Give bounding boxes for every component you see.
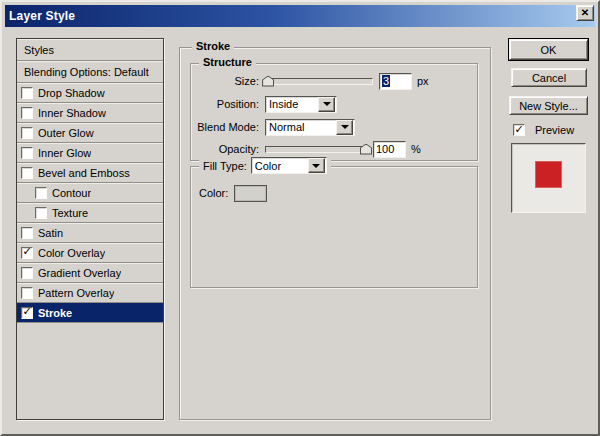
- cancel-button[interactable]: Cancel: [511, 68, 587, 87]
- size-label: Size:: [197, 75, 259, 87]
- style-item-bevel-and-emboss[interactable]: ✓ Bevel and Emboss: [17, 163, 163, 183]
- style-item-inner-glow[interactable]: ✓ Inner Glow: [17, 143, 163, 163]
- blend-mode-label: Blend Mode:: [197, 121, 259, 133]
- preview-checkbox-row[interactable]: ✓ Preview: [513, 124, 574, 136]
- style-item-label: Stroke: [38, 307, 72, 319]
- size-unit: px: [417, 75, 429, 87]
- dropdown-arrow-button[interactable]: [318, 97, 335, 112]
- position-row: Position: Inside: [197, 95, 471, 113]
- preview-checkbox[interactable]: ✓: [513, 124, 525, 136]
- style-item-label: Drop Shadow: [38, 87, 105, 99]
- ok-button[interactable]: OK: [509, 39, 588, 60]
- styles-list: Styles Blending Options: Default ✓ Drop …: [16, 38, 164, 420]
- checkbox[interactable]: ✓: [35, 187, 47, 199]
- color-row: Color:: [199, 184, 267, 202]
- blending-options-label: Blending Options: Default: [24, 66, 149, 78]
- stroke-color-swatch[interactable]: [234, 185, 267, 202]
- opacity-slider[interactable]: [265, 146, 367, 153]
- check-icon: ✓: [22, 306, 31, 317]
- position-label: Position:: [197, 98, 259, 110]
- close-button[interactable]: ✕: [576, 5, 594, 21]
- blend-mode-dropdown[interactable]: Normal: [265, 119, 355, 136]
- opacity-label: Opacity:: [197, 143, 259, 155]
- color-label: Color:: [199, 187, 228, 199]
- style-item-gradient-overlay[interactable]: ✓ Gradient Overlay: [17, 263, 163, 283]
- size-slider[interactable]: [265, 78, 373, 85]
- fill-type-legend: Fill Type: Color: [199, 157, 331, 174]
- fill-type-value: Color: [255, 160, 308, 172]
- styles-list-header: Styles: [17, 39, 163, 61]
- checkbox[interactable]: ✓: [21, 307, 33, 319]
- style-item-satin[interactable]: ✓ Satin: [17, 223, 163, 243]
- checkbox[interactable]: ✓: [35, 207, 47, 219]
- style-item-pattern-overlay[interactable]: ✓ Pattern Overlay: [17, 283, 163, 303]
- blending-options-row[interactable]: Blending Options: Default: [17, 61, 163, 83]
- blend-mode-row: Blend Mode: Normal: [197, 118, 471, 136]
- dialog-title: Layer Style: [9, 9, 75, 23]
- position-dropdown[interactable]: Inside: [265, 96, 337, 113]
- checkbox[interactable]: ✓: [21, 287, 33, 299]
- style-item-color-overlay[interactable]: ✓ Color Overlay: [17, 243, 163, 263]
- stroke-group-title: Stroke: [192, 40, 234, 52]
- size-row: Size: 3 px: [197, 72, 471, 90]
- check-icon: ✓: [22, 246, 31, 257]
- opacity-slider-thumb[interactable]: [360, 144, 372, 155]
- style-item-label: Outer Glow: [38, 127, 94, 139]
- preview-red-square: [535, 161, 562, 188]
- position-value: Inside: [269, 98, 318, 110]
- new-style-button[interactable]: New Style...: [509, 96, 588, 115]
- style-item-label: Pattern Overlay: [38, 287, 114, 299]
- style-item-label: Contour: [52, 187, 91, 199]
- style-item-label: Gradient Overlay: [38, 267, 121, 279]
- preview-label: Preview: [535, 124, 574, 136]
- fill-type-group: Fill Type: Color Color:: [190, 166, 478, 288]
- checkbox[interactable]: ✓: [21, 147, 33, 159]
- checkbox[interactable]: ✓: [21, 227, 33, 239]
- checkbox[interactable]: ✓: [21, 87, 33, 99]
- opacity-value: 100: [376, 143, 394, 155]
- fill-type-label: Fill Type:: [203, 160, 247, 172]
- chevron-down-icon: [312, 164, 320, 168]
- size-input[interactable]: 3: [379, 73, 412, 90]
- style-item-outer-glow[interactable]: ✓ Outer Glow: [17, 123, 163, 143]
- style-item-texture[interactable]: ✓ Texture: [17, 203, 163, 223]
- checkbox[interactable]: ✓: [21, 167, 33, 179]
- stroke-group: Stroke Structure Size: 3 px Position: In…: [179, 47, 491, 420]
- dropdown-arrow-button[interactable]: [336, 120, 353, 135]
- size-value: 3: [382, 75, 390, 87]
- style-preview-thumbnail: [511, 143, 586, 213]
- opacity-input[interactable]: 100: [373, 141, 406, 158]
- style-item-contour[interactable]: ✓ Contour: [17, 183, 163, 203]
- structure-group: Structure Size: 3 px Position: Inside: [190, 63, 478, 161]
- style-item-drop-shadow[interactable]: ✓ Drop Shadow: [17, 83, 163, 103]
- style-item-label: Bevel and Emboss: [38, 167, 130, 179]
- dropdown-arrow-button[interactable]: [308, 158, 325, 173]
- chevron-down-icon: [323, 102, 331, 106]
- check-icon: ✓: [514, 124, 523, 135]
- titlebar[interactable]: Layer Style: [5, 5, 595, 27]
- style-item-inner-shadow[interactable]: ✓ Inner Shadow: [17, 103, 163, 123]
- opacity-row: Opacity: 100 %: [197, 140, 471, 158]
- fill-type-dropdown[interactable]: Color: [251, 157, 327, 174]
- checkbox[interactable]: ✓: [21, 107, 33, 119]
- styles-header-label: Styles: [24, 44, 54, 56]
- style-item-label: Inner Glow: [38, 147, 91, 159]
- style-item-label: Color Overlay: [38, 247, 105, 259]
- blend-mode-value: Normal: [269, 121, 336, 133]
- style-item-label: Texture: [52, 207, 88, 219]
- size-slider-thumb[interactable]: [262, 76, 274, 87]
- style-item-label: Inner Shadow: [38, 107, 106, 119]
- checkbox[interactable]: ✓: [21, 267, 33, 279]
- checkbox[interactable]: ✓: [21, 127, 33, 139]
- opacity-unit: %: [411, 143, 421, 155]
- close-icon: ✕: [581, 8, 589, 18]
- style-item-label: Satin: [38, 227, 63, 239]
- structure-group-title: Structure: [199, 56, 256, 68]
- checkbox[interactable]: ✓: [21, 247, 33, 259]
- chevron-down-icon: [341, 125, 349, 129]
- layer-style-dialog: Layer Style ✕ Styles Blending Options: D…: [0, 0, 600, 436]
- style-item-stroke[interactable]: ✓ Stroke: [17, 303, 163, 323]
